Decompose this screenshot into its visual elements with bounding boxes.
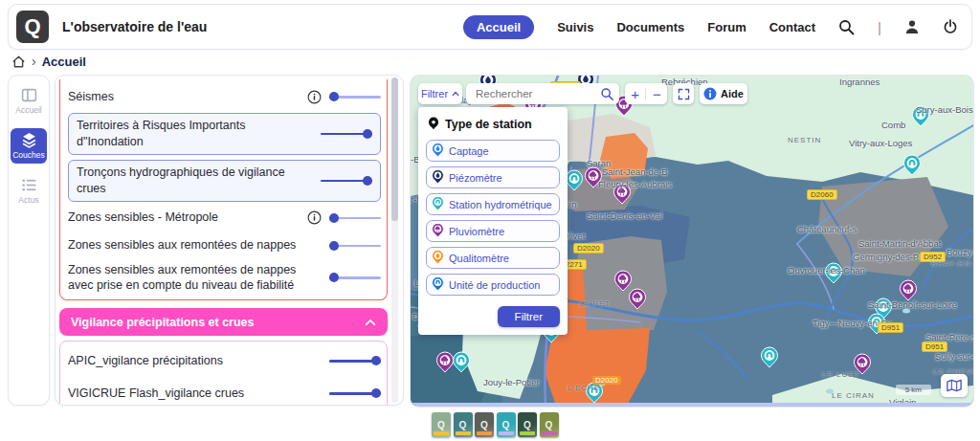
layers-icon <box>21 132 37 148</box>
q-logo: Q <box>546 420 553 430</box>
map-icon <box>947 379 962 392</box>
opacity-slider[interactable] <box>329 240 381 252</box>
station-type-captage[interactable]: Captage <box>426 140 560 162</box>
station-type-label: Unité de production <box>449 279 540 291</box>
zoom-in-button[interactable]: + <box>625 86 645 102</box>
main-nav: AccueilSuivisDocumentsForumContact | <box>463 15 971 39</box>
nav-item-suivis[interactable]: Suivis <box>557 20 593 34</box>
app-title: L'observatoire de l'eau <box>62 19 207 34</box>
q-logo: Q <box>480 420 488 430</box>
basemap-thumb-2[interactable]: Q <box>454 412 473 437</box>
q-logo: Q <box>459 420 467 430</box>
layer-row-tronc-ons-hydrographiques-de-v[interactable]: Tronçons hydrographiques de vigilance cr… <box>68 160 381 202</box>
nav-item-documents[interactable]: Documents <box>616 20 684 34</box>
filter-panel-title: Type de station <box>428 117 560 131</box>
layer-row-vigicrue-flash-vigilance-crues[interactable]: VIGICRUE Flash_vigilance crues <box>68 380 381 406</box>
map-pin-icon <box>428 117 439 131</box>
station-pin-icon <box>432 251 444 265</box>
layer-label: VIGICRUE Flash_vigilance crues <box>68 386 322 402</box>
station-type-label: Pluviomètre <box>449 226 504 237</box>
map-scale: 5 km <box>896 385 931 395</box>
nav-divider: | <box>878 19 881 35</box>
info-icon[interactable] <box>307 90 322 104</box>
legend-map-button[interactable] <box>941 374 968 397</box>
opacity-slider[interactable] <box>329 355 381 366</box>
layer-label: Territoires à Risques Importants d"Inond… <box>77 118 313 150</box>
layer-row-apic-vigilance-pre-cipitations[interactable]: APIC_vigilance précipitations <box>68 347 381 374</box>
basemap-thumb-4[interactable]: Q <box>497 412 516 437</box>
map-bottom-scrollbar[interactable] <box>411 403 973 407</box>
station-type-label: Piézomètre <box>449 172 502 184</box>
layer-group-risques: SéismesTerritoires à Risques Importants … <box>59 79 388 300</box>
layer-row-se-ismes[interactable]: Séismes <box>68 85 381 108</box>
zoom-out-button[interactable]: − <box>647 86 667 102</box>
sidebar-item-label: Accueil <box>15 105 41 115</box>
search-icon[interactable] <box>838 19 855 35</box>
station-pin-icon <box>432 224 444 238</box>
sidebar-item-label: Actus <box>18 195 38 205</box>
sidebar-item-actus[interactable]: Actus <box>11 173 47 209</box>
station-type-label: Captage <box>449 145 489 157</box>
station-type-qualitome-tre[interactable]: Qualitomètre <box>426 247 560 269</box>
basemap-thumb-5[interactable]: Q <box>518 412 537 437</box>
layer-row-territoires-a-risques-importan[interactable]: Territoires à Risques Importants d"Inond… <box>68 113 381 155</box>
layer-row-zones-sensibles-aux-remonte-es[interactable]: Zones sensibles aux remontées de nappes <box>68 234 381 257</box>
power-icon[interactable] <box>943 19 958 34</box>
layer-row-zones-sensibles-aux-remonte-es[interactable]: Zones sensibles aux remontées de nappes … <box>68 262 381 295</box>
basemap-thumb-3[interactable]: Q <box>475 412 494 437</box>
opacity-slider[interactable] <box>321 175 372 187</box>
search-icon[interactable] <box>600 87 614 101</box>
opacity-slider[interactable] <box>329 387 381 399</box>
layer-row-zones-sensibles-me-tropole[interactable]: Zones sensibles - Métropole <box>68 207 381 230</box>
layer-label: APIC_vigilance précipitations <box>68 353 322 369</box>
page: Q L'observatoire de l'eau AccueilSuivisD… <box>0 0 980 441</box>
layer-label: Séismes <box>68 89 300 105</box>
home-icon[interactable] <box>11 55 26 69</box>
help-button[interactable]: Aide <box>700 83 747 104</box>
info-icon <box>703 87 717 100</box>
q-logo: Q <box>523 420 531 430</box>
layer-group-vigilance: APIC_vigilance précipitationsVIGICRUE Fl… <box>59 341 388 406</box>
map-search-input[interactable] <box>474 87 600 100</box>
sidebar-item-accueil[interactable]: Accueil <box>11 83 47 119</box>
chevron-up-icon <box>452 91 459 97</box>
info-icon[interactable] <box>307 210 322 225</box>
sidebar-item-couches[interactable]: Couches <box>11 128 47 164</box>
fullscreen-icon <box>678 88 690 100</box>
user-icon[interactable] <box>904 19 920 34</box>
layers-panel: SéismesTerritoires à Risques Importants … <box>55 75 404 406</box>
nav-item-contact[interactable]: Contact <box>769 20 815 34</box>
q-logo: Q <box>502 420 510 430</box>
basemap-thumb-1[interactable]: Q <box>432 412 451 437</box>
nav-item-forum[interactable]: Forum <box>707 20 746 34</box>
basemap-thumbnails: QQQQQQ <box>432 412 559 437</box>
filter-toggle-button[interactable]: Filtrer <box>418 83 462 104</box>
opacity-slider[interactable] <box>329 212 381 224</box>
layer-section-label: Vigilance précipitations et crues <box>71 316 255 329</box>
layer-label: Zones sensibles aux remontées de nappes <box>68 237 322 254</box>
fullscreen-button[interactable] <box>673 83 694 104</box>
layer-section-vigilance[interactable]: Vigilance précipitations et crues <box>59 308 388 336</box>
map-canvas[interactable]: GidyBoulay-les-BarresRebréchienIngrannes… <box>410 75 974 408</box>
layer-label: Zones sensibles aux remontées de nappes … <box>68 262 322 295</box>
opacity-slider[interactable] <box>329 272 381 283</box>
station-type-unite-de-production[interactable]: Unité de production <box>426 274 560 296</box>
app-header: Q L'observatoire de l'eau AccueilSuivisD… <box>8 4 972 50</box>
map-search-box <box>466 83 619 104</box>
filter-submit-button[interactable]: Filtrer <box>498 306 560 327</box>
help-label: Aide <box>721 88 744 99</box>
station-type-station-hydrome-trique[interactable]: Station hydrométrique <box>426 193 560 215</box>
q-logo: Q <box>437 420 445 430</box>
nav-item-accueil[interactable]: Accueil <box>463 15 534 39</box>
layers-scrollbar[interactable] <box>391 77 398 403</box>
station-type-pie-zome-tre[interactable]: Piézomètre <box>426 166 560 188</box>
station-type-pluviome-tre[interactable]: Pluviomètre <box>426 220 560 242</box>
breadcrumb-current[interactable]: Accueil <box>42 55 86 69</box>
opacity-slider[interactable] <box>329 91 381 102</box>
layer-label: Zones sensibles - Métropole <box>68 209 300 226</box>
app-logo-icon[interactable]: Q <box>16 11 49 43</box>
basemap-thumb-6[interactable]: Q <box>540 412 559 437</box>
opacity-slider[interactable] <box>321 128 372 140</box>
zoom-controls: + − <box>625 83 667 104</box>
dashboard-icon <box>21 87 37 103</box>
